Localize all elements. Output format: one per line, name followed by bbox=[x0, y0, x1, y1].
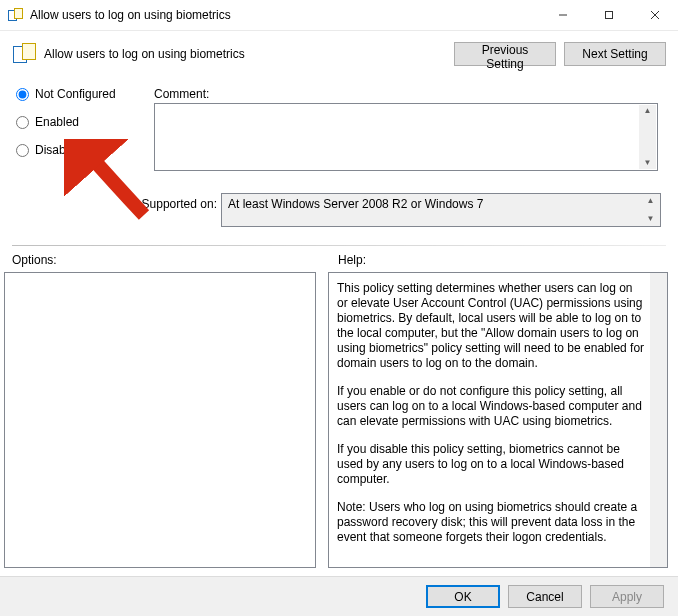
comment-scrollbar[interactable]: ▲ ▼ bbox=[639, 105, 656, 169]
supported-on-value: At least Windows Server 2008 R2 or Windo… bbox=[222, 194, 660, 211]
supported-on-label: Supported on: bbox=[139, 193, 217, 211]
window-title: Allow users to log on using biometrics bbox=[30, 8, 540, 22]
dialog-body: Allow users to log on using biometrics P… bbox=[0, 31, 678, 576]
policy-icon bbox=[8, 7, 24, 23]
help-text: This policy setting determines whether u… bbox=[337, 281, 645, 559]
header-row: Allow users to log on using biometrics P… bbox=[12, 41, 666, 67]
separator bbox=[12, 245, 666, 246]
help-label: Help: bbox=[338, 253, 366, 267]
supported-block: Supported on: At least Windows Server 20… bbox=[139, 193, 664, 227]
comment-textarea[interactable]: ▲ ▼ bbox=[154, 103, 658, 171]
comment-label: Comment: bbox=[154, 87, 664, 101]
supported-scrollbar: ▲ ▼ bbox=[642, 195, 659, 225]
comment-block: Comment: ▲ ▼ bbox=[154, 87, 664, 171]
maximize-button[interactable] bbox=[586, 0, 632, 30]
radio-not-configured[interactable]: Not Configured bbox=[16, 87, 146, 101]
title-bar: Allow users to log on using biometrics bbox=[0, 0, 678, 31]
previous-setting-button[interactable]: Previous Setting bbox=[454, 42, 556, 66]
window-controls bbox=[540, 0, 678, 30]
radio-disabled-input[interactable] bbox=[16, 144, 29, 157]
close-button[interactable] bbox=[632, 0, 678, 30]
apply-button[interactable]: Apply bbox=[590, 585, 664, 608]
options-label: Options: bbox=[12, 253, 57, 267]
radio-not-configured-label: Not Configured bbox=[35, 87, 116, 101]
minimize-button[interactable] bbox=[540, 0, 586, 30]
help-paragraph: If you disable this policy setting, biom… bbox=[337, 442, 645, 487]
help-panel: This policy setting determines whether u… bbox=[328, 272, 668, 568]
policy-icon bbox=[12, 41, 38, 67]
help-paragraph: If you enable or do not configure this p… bbox=[337, 384, 645, 429]
radio-enabled[interactable]: Enabled bbox=[16, 115, 146, 129]
supported-on-value-box: At least Windows Server 2008 R2 or Windo… bbox=[221, 193, 661, 227]
button-bar: OK Cancel Apply bbox=[0, 576, 678, 616]
help-paragraph: Note: Users who log on using biometrics … bbox=[337, 500, 645, 545]
radio-disabled-label: Disabled bbox=[35, 143, 82, 157]
scroll-up-icon[interactable]: ▲ bbox=[644, 107, 652, 115]
radio-disabled[interactable]: Disabled bbox=[16, 143, 146, 157]
radio-not-configured-input[interactable] bbox=[16, 88, 29, 101]
page-title: Allow users to log on using biometrics bbox=[44, 47, 245, 61]
help-scrollbar[interactable] bbox=[650, 273, 667, 567]
radio-enabled-label: Enabled bbox=[35, 115, 79, 129]
scroll-up-icon: ▲ bbox=[647, 197, 655, 205]
radio-enabled-input[interactable] bbox=[16, 116, 29, 129]
ok-button[interactable]: OK bbox=[426, 585, 500, 608]
help-paragraph: This policy setting determines whether u… bbox=[337, 281, 645, 371]
cancel-button[interactable]: Cancel bbox=[508, 585, 582, 608]
scroll-down-icon[interactable]: ▼ bbox=[644, 159, 652, 167]
scroll-down-icon: ▼ bbox=[647, 215, 655, 223]
svg-rect-1 bbox=[606, 12, 613, 19]
options-panel bbox=[4, 272, 316, 568]
state-radio-group: Not Configured Enabled Disabled bbox=[16, 87, 146, 171]
next-setting-button[interactable]: Next Setting bbox=[564, 42, 666, 66]
